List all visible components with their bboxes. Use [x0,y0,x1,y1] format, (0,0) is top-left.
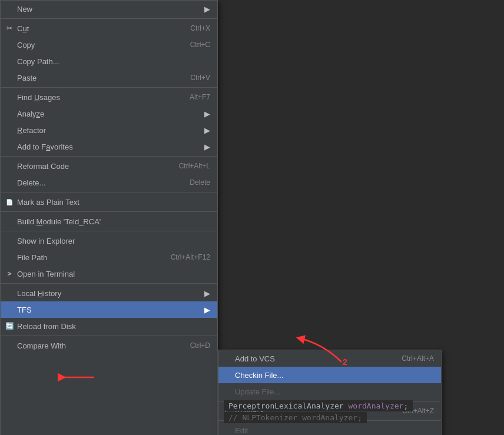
separator-6 [1,231,217,231]
submenu-item-add-to-vcs[interactable]: Add to VCS Ctrl+Alt+A [218,350,441,367]
submenu-item-edit[interactable]: Edit [218,422,441,435]
menu-item-delete[interactable]: Delete... Delete [1,174,217,191]
separator-3 [1,156,217,157]
submenu-arrow-local-history: ▶ [198,289,210,298]
submenu-arrow-new: ▶ [198,5,210,14]
menu-item-reformat-code[interactable]: Reformat Code Ctrl+Alt+L [1,158,217,174]
context-menu-wrapper: New ▶ ✂ Cut Ctrl+X Copy Ctrl+C Copy Path… [0,0,442,435]
menu-item-file-path[interactable]: File Path Ctrl+Alt+F12 [1,249,217,265]
primary-context-menu: New ▶ ✂ Cut Ctrl+X Copy Ctrl+C Copy Path… [0,0,218,435]
menu-item-refactor[interactable]: Refactor ▶ [1,122,217,138]
submenu-item-checkin-file[interactable]: Checkin File... [218,367,441,383]
separator-8 [1,336,217,336]
menu-item-reload-from-disk[interactable]: 🔄 Reload from Disk [1,318,217,334]
cut-icon: ✂ [4,24,15,32]
code-bottom-1: PerceptronLexicalAnalyzer wordAnalyzer; [224,400,413,411]
menu-item-mark-as-plain-text[interactable]: 📄 Mark as Plain Text [1,194,217,210]
submenu-arrow-refactor: ▶ [198,126,210,135]
terminal-icon: > [4,270,15,278]
menu-item-local-history[interactable]: Local History ▶ [1,285,217,301]
code-bottom-2: // NLPTokenizer wordAnalyzer; [224,412,367,423]
separator-5 [1,211,217,212]
menu-item-paste[interactable]: Paste Ctrl+V [1,69,217,86]
menu-item-copy-path[interactable]: Copy Path... [1,53,217,69]
menu-item-cut[interactable]: ✂ Cut Ctrl+X [1,20,217,36]
submenu-item-update-file[interactable]: Update File... [218,383,441,400]
menu-item-compare-with[interactable]: Compare With Ctrl+D [1,337,217,354]
separator-1 [1,18,217,19]
menu-item-analyze[interactable]: Analyze ▶ [1,105,217,122]
separator-2 [1,87,217,88]
menu-item-copy[interactable]: Copy Ctrl+C [1,36,217,53]
plain-text-icon: 📄 [4,199,15,205]
menu-item-new[interactable]: New ▶ [1,1,217,17]
menu-item-build-module[interactable]: Build Module 'Teld_RCA' [1,213,217,230]
menu-item-add-to-favorites[interactable]: Add to Favorites ▶ [1,138,217,155]
menu-item-show-in-explorer[interactable]: Show in Explorer [1,233,217,249]
separator-7 [1,283,217,284]
submenu-arrow-favorites: ▶ [198,142,210,151]
separator-4 [1,192,217,192]
menu-item-find-usages[interactable]: Find Usages Alt+F7 [1,89,217,105]
menu-item-open-in-terminal[interactable]: > Open in Terminal [1,265,217,282]
submenu-arrow-tfs: ▶ [198,306,210,314]
reload-icon: 🔄 [4,322,15,330]
submenu-arrow-analyze: ▶ [198,109,210,118]
menu-item-tfs[interactable]: TFS ▶ [1,301,217,318]
